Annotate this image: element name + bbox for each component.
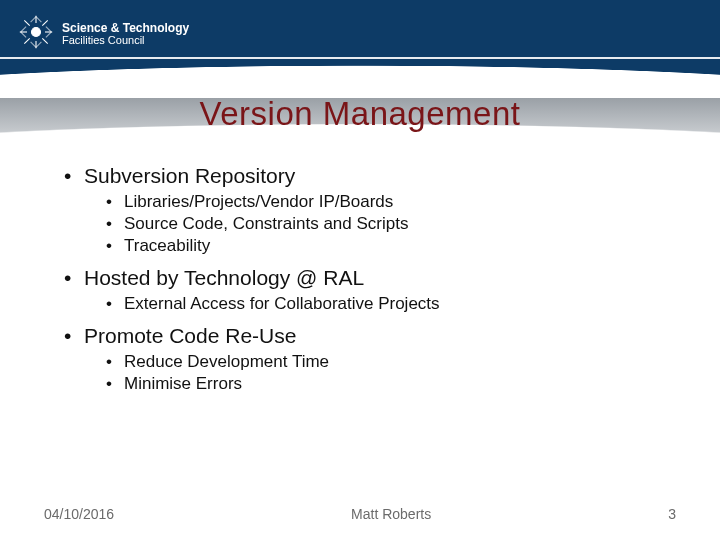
footer-page-number: 3: [668, 506, 676, 522]
svg-line-15: [31, 42, 36, 47]
stfc-logo: Science & Technology Facilities Council: [18, 14, 189, 54]
sub-bullet: Reduce Development Time: [84, 352, 660, 372]
bullet-reuse: Promote Code Re-Use Reduce Development T…: [60, 324, 660, 394]
footer-date: 04/10/2016: [44, 506, 114, 522]
header-divider: [0, 57, 720, 59]
bullet-text: Hosted by Technology @ RAL: [84, 266, 364, 289]
svg-line-6: [42, 38, 47, 43]
logo-text: Science & Technology Facilities Council: [62, 22, 189, 46]
sub-bullet: Minimise Errors: [84, 374, 660, 394]
svg-line-13: [46, 27, 51, 32]
svg-line-12: [21, 32, 26, 37]
svg-line-9: [31, 17, 36, 22]
sunburst-icon: [18, 14, 62, 54]
slide-body: Subversion Repository Libraries/Projects…: [60, 164, 660, 404]
sub-bullet: Source Code, Constraints and Scripts: [84, 214, 660, 234]
logo-line-1: Science & Technology: [62, 22, 189, 35]
logo-line-2: Facilities Council: [62, 35, 189, 47]
svg-point-0: [32, 28, 41, 37]
sub-bullet: Libraries/Projects/Vendor IP/Boards: [84, 192, 660, 212]
sub-bullet: External Access for Collaborative Projec…: [84, 294, 660, 314]
slide-title: Version Management: [0, 95, 720, 133]
bullet-subversion: Subversion Repository Libraries/Projects…: [60, 164, 660, 256]
svg-line-10: [36, 17, 41, 22]
svg-line-7: [42, 20, 47, 25]
bullet-hosted: Hosted by Technology @ RAL External Acce…: [60, 266, 660, 314]
svg-line-8: [24, 38, 29, 43]
svg-line-16: [36, 42, 41, 47]
sub-bullet: Traceability: [84, 236, 660, 256]
svg-line-11: [21, 27, 26, 32]
slide-footer: 04/10/2016 Matt Roberts 3: [0, 506, 720, 522]
footer-author: Matt Roberts: [351, 506, 431, 522]
bullet-text: Promote Code Re-Use: [84, 324, 296, 347]
svg-line-5: [24, 20, 29, 25]
svg-line-14: [46, 32, 51, 37]
bullet-text: Subversion Repository: [84, 164, 295, 187]
